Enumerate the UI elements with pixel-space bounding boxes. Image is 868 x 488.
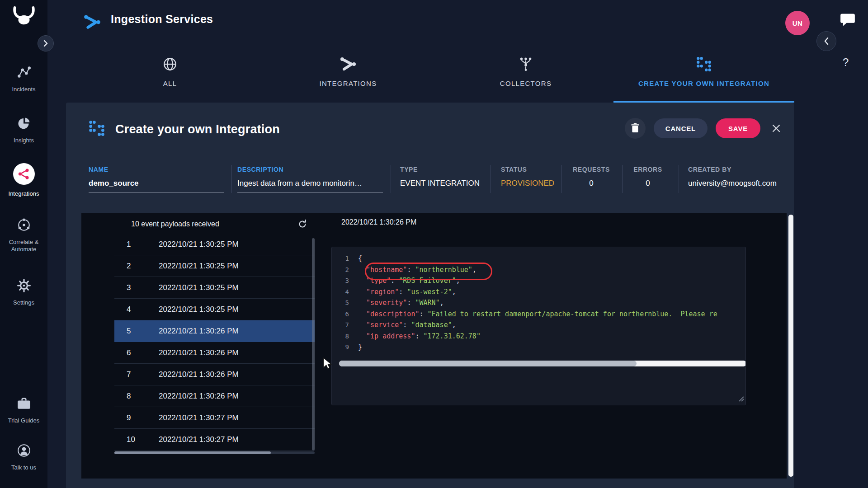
resize-handle[interactable] bbox=[738, 395, 744, 404]
payload-row-number: 6 bbox=[127, 348, 159, 357]
vertical-scrollbar[interactable] bbox=[788, 215, 793, 477]
payload-count-text: 10 event payloads received bbox=[131, 220, 219, 228]
collapse-panel-button[interactable] bbox=[816, 31, 836, 51]
payload-row[interactable]: 32022/10/21 1:30:25 PM bbox=[114, 277, 315, 299]
name-input[interactable]: demo_source bbox=[89, 179, 224, 192]
payload-timestamp: 2022/10/21 1:30:26 PM bbox=[341, 218, 416, 226]
field-status: STATUS PROVISIONED bbox=[501, 166, 554, 188]
field-label: REQUESTS bbox=[566, 166, 616, 173]
field-label: NAME bbox=[89, 166, 224, 173]
field-divider bbox=[391, 165, 391, 193]
payload-row-timestamp: 2022/10/21 1:30:26 PM bbox=[159, 370, 239, 379]
payload-row-timestamp: 2022/10/21 1:30:26 PM bbox=[159, 348, 239, 357]
field-label: DESCRIPTION bbox=[237, 166, 383, 173]
sidebar-item-label: Integrations bbox=[0, 190, 47, 197]
help-icon[interactable]: ? bbox=[843, 56, 849, 69]
field-divider bbox=[561, 165, 562, 193]
field-label: ERRORS bbox=[623, 166, 673, 173]
sidebar-item-label: Correlate & Automate bbox=[0, 239, 47, 253]
sidebar-item-integrations[interactable]: Integrations bbox=[0, 163, 47, 197]
sidebar-item-label: Trial Guides bbox=[0, 417, 47, 424]
correlate-automate-icon bbox=[0, 217, 47, 233]
payload-list-scrollbar-vertical[interactable] bbox=[312, 238, 315, 450]
create-integration-icon bbox=[88, 120, 105, 139]
payload-row[interactable]: 42022/10/21 1:30:25 PM bbox=[114, 299, 315, 320]
field-label: STATUS bbox=[501, 166, 554, 173]
save-button[interactable]: SAVE bbox=[716, 118, 760, 138]
payload-row[interactable]: 22022/10/21 1:30:25 PM bbox=[114, 255, 315, 277]
integrations-icon bbox=[0, 163, 47, 185]
collectors-icon bbox=[518, 55, 533, 73]
integrations-flow-icon bbox=[340, 55, 357, 73]
payload-row-timestamp: 2022/10/21 1:30:27 PM bbox=[159, 413, 239, 422]
payload-row-timestamp: 2022/10/21 1:30:25 PM bbox=[159, 262, 239, 271]
payload-list-scrollbar-horizontal[interactable] bbox=[114, 451, 315, 454]
tab-integrations[interactable]: INTEGRATIONS bbox=[298, 51, 398, 103]
payload-row-number: 4 bbox=[127, 305, 159, 314]
sidebar-item-talk-to-us[interactable]: Talk to us bbox=[0, 442, 47, 471]
payload-row[interactable]: 92022/10/21 1:30:27 PM bbox=[114, 407, 315, 429]
panel-header: Create your own Integration CANCEL SAVE bbox=[66, 103, 794, 156]
avatar[interactable]: UN bbox=[785, 11, 810, 35]
moogsoft-logo-icon[interactable] bbox=[0, 6, 47, 27]
sidebar-item-label: Settings bbox=[0, 299, 47, 306]
trash-icon bbox=[631, 123, 640, 134]
integration-summary-fields: NAME demo_source DESCRIPTION Ingest data… bbox=[66, 161, 794, 197]
tab-all[interactable]: ALL bbox=[120, 51, 220, 103]
payload-code-viewer: 123456789 { "hostname": "northernblue", … bbox=[331, 247, 746, 405]
gear-icon bbox=[0, 277, 47, 294]
payload-row-number: 9 bbox=[127, 413, 159, 422]
delete-button[interactable] bbox=[625, 118, 646, 139]
tab-create-your-own-integration[interactable]: CREATE YOUR OWN INTEGRATION bbox=[613, 51, 794, 103]
field-label: CREATED BY bbox=[688, 166, 777, 173]
status-badge: PROVISIONED bbox=[501, 179, 554, 188]
payload-row[interactable]: 82022/10/21 1:30:26 PM bbox=[114, 385, 315, 407]
sidebar-item-incidents[interactable]: Incidents bbox=[0, 64, 47, 93]
tab-label: COLLECTORS bbox=[500, 80, 552, 87]
tab-label: INTEGRATIONS bbox=[320, 80, 377, 87]
sidebar-item-correlate-automate[interactable]: Correlate & Automate bbox=[0, 217, 47, 253]
sidebar: Incidents Insights bbox=[0, 0, 47, 488]
mouse-cursor bbox=[321, 357, 334, 371]
tab-label: CREATE YOUR OWN INTEGRATION bbox=[638, 80, 769, 87]
field-description: DESCRIPTION Ingest data from a demo moni… bbox=[237, 166, 383, 192]
payload-row[interactable]: 62022/10/21 1:30:26 PM bbox=[114, 342, 315, 364]
field-divider bbox=[622, 165, 623, 193]
sidebar-item-settings[interactable]: Settings bbox=[0, 277, 47, 306]
payload-row-timestamp: 2022/10/21 1:30:25 PM bbox=[159, 283, 239, 292]
sidebar-item-insights[interactable]: Insights bbox=[0, 115, 47, 144]
payload-row[interactable]: 12022/10/21 1:30:25 PM bbox=[114, 234, 315, 255]
code-line-numbers: 123456789 bbox=[332, 253, 352, 353]
payload-row[interactable]: 72022/10/21 1:30:26 PM bbox=[114, 364, 315, 385]
briefcase-icon bbox=[0, 395, 47, 412]
sidebar-item-label: Incidents bbox=[0, 86, 47, 93]
sidebar-item-label: Talk to us bbox=[0, 464, 47, 471]
requests-count: 0 bbox=[566, 179, 616, 188]
refresh-icon[interactable] bbox=[297, 219, 307, 231]
tab-label: ALL bbox=[163, 80, 177, 87]
ingestion-services-icon bbox=[83, 14, 101, 32]
type-value: EVENT INTEGRATION bbox=[400, 179, 480, 188]
sidebar-expand-button[interactable] bbox=[38, 35, 54, 52]
payload-row[interactable]: 52022/10/21 1:30:26 PM bbox=[114, 320, 315, 342]
field-divider bbox=[679, 165, 679, 193]
close-icon[interactable] bbox=[771, 123, 781, 133]
chat-bubble-icon[interactable] bbox=[840, 13, 855, 29]
cancel-button[interactable]: CANCEL bbox=[654, 118, 708, 138]
code-scrollbar-horizontal[interactable] bbox=[339, 361, 746, 366]
tab-collectors[interactable]: COLLECTORS bbox=[476, 51, 576, 103]
field-divider bbox=[231, 165, 232, 193]
field-name: NAME demo_source bbox=[89, 166, 224, 192]
created-by-value: university@moogsoft.com bbox=[688, 179, 777, 188]
description-input[interactable]: Ingest data from a demo monitorin… bbox=[237, 179, 383, 192]
payload-row-timestamp: 2022/10/21 1:30:25 PM bbox=[159, 240, 239, 249]
payload-row-timestamp: 2022/10/21 1:30:26 PM bbox=[159, 392, 239, 401]
sidebar-item-trial-guides[interactable]: Trial Guides bbox=[0, 395, 47, 424]
payload-row-number: 7 bbox=[127, 370, 159, 379]
payload-row-number: 8 bbox=[127, 392, 159, 401]
payload-row-number: 1 bbox=[127, 240, 159, 249]
payload-row[interactable]: 102022/10/21 1:30:27 PM bbox=[114, 429, 315, 450]
person-icon bbox=[0, 442, 47, 459]
field-label: TYPE bbox=[400, 166, 480, 173]
insights-icon bbox=[0, 115, 47, 131]
